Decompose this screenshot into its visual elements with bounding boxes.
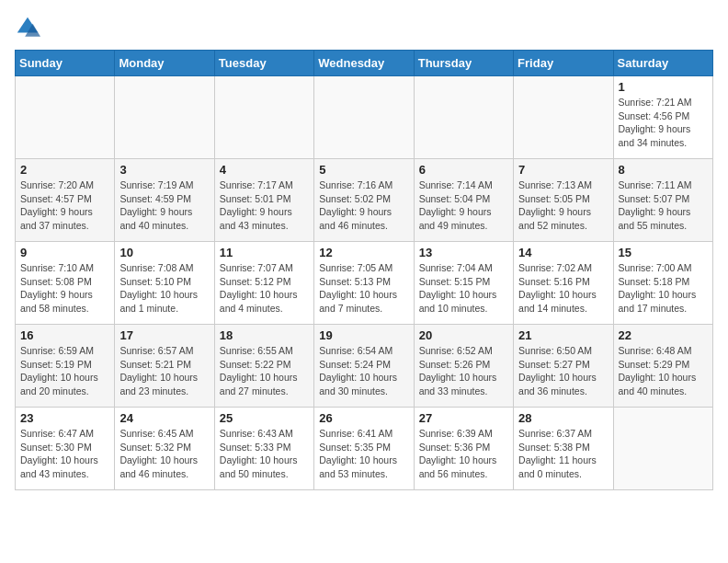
day-info: Sunrise: 7:02 AM Sunset: 5:16 PM Dayligh…	[518, 261, 608, 316]
calendar-cell: 27Sunrise: 6:39 AM Sunset: 5:36 PM Dayli…	[414, 408, 513, 490]
day-number: 26	[319, 411, 408, 425]
day-number: 11	[220, 246, 309, 259]
day-info: Sunrise: 7:14 AM Sunset: 5:04 PM Dayligh…	[419, 178, 508, 233]
calendar-cell: 25Sunrise: 6:43 AM Sunset: 5:33 PM Dayli…	[214, 408, 313, 490]
day-info: Sunrise: 7:17 AM Sunset: 5:01 PM Dayligh…	[220, 178, 309, 233]
calendar-cell: 26Sunrise: 6:41 AM Sunset: 5:35 PM Dayli…	[314, 408, 414, 490]
day-info: Sunrise: 6:37 AM Sunset: 5:38 PM Dayligh…	[518, 427, 608, 481]
day-number: 22	[619, 328, 708, 342]
calendar-cell	[314, 76, 414, 159]
day-number: 23	[20, 411, 109, 425]
day-info: Sunrise: 6:41 AM Sunset: 5:35 PM Dayligh…	[319, 427, 408, 481]
day-number: 25	[220, 411, 309, 425]
calendar-cell	[214, 76, 313, 159]
calendar-cell: 10Sunrise: 7:08 AM Sunset: 5:10 PM Dayli…	[115, 242, 214, 325]
day-number: 14	[518, 246, 608, 259]
weekday-header-friday: Friday	[514, 51, 613, 76]
day-number: 21	[518, 328, 608, 342]
logo	[15, 15, 44, 40]
day-number: 27	[419, 411, 508, 425]
calendar-cell: 28Sunrise: 6:37 AM Sunset: 5:38 PM Dayli…	[514, 408, 613, 490]
day-info: Sunrise: 7:05 AM Sunset: 5:13 PM Dayligh…	[319, 261, 408, 316]
calendar-cell: 20Sunrise: 6:52 AM Sunset: 5:26 PM Dayli…	[414, 325, 513, 408]
day-info: Sunrise: 6:57 AM Sunset: 5:21 PM Dayligh…	[119, 344, 209, 398]
day-info: Sunrise: 7:19 AM Sunset: 4:59 PM Dayligh…	[119, 178, 209, 233]
calendar-cell: 1Sunrise: 7:21 AM Sunset: 4:56 PM Daylig…	[613, 76, 712, 159]
calendar-cell	[414, 76, 513, 159]
logo-icon	[15, 15, 40, 40]
day-number: 7	[518, 163, 608, 177]
day-info: Sunrise: 7:10 AM Sunset: 5:08 PM Dayligh…	[20, 261, 109, 316]
day-info: Sunrise: 6:43 AM Sunset: 5:33 PM Dayligh…	[220, 427, 309, 481]
calendar-week-row: 9Sunrise: 7:10 AM Sunset: 5:08 PM Daylig…	[16, 242, 713, 325]
calendar-cell	[16, 76, 115, 159]
day-info: Sunrise: 7:04 AM Sunset: 5:15 PM Dayligh…	[419, 261, 508, 316]
day-number: 24	[119, 411, 209, 425]
day-number: 20	[419, 328, 508, 342]
weekday-header-saturday: Saturday	[613, 51, 712, 76]
calendar-week-row: 2Sunrise: 7:20 AM Sunset: 4:57 PM Daylig…	[16, 159, 713, 242]
calendar-cell: 11Sunrise: 7:07 AM Sunset: 5:12 PM Dayli…	[214, 242, 313, 325]
day-info: Sunrise: 7:00 AM Sunset: 5:18 PM Dayligh…	[619, 261, 708, 316]
day-info: Sunrise: 7:20 AM Sunset: 4:57 PM Dayligh…	[20, 178, 109, 233]
day-info: Sunrise: 7:13 AM Sunset: 5:05 PM Dayligh…	[518, 178, 608, 233]
calendar-table: SundayMondayTuesdayWednesdayThursdayFrid…	[15, 50, 713, 490]
weekday-header-sunday: Sunday	[16, 51, 115, 76]
day-info: Sunrise: 7:11 AM Sunset: 5:07 PM Dayligh…	[619, 178, 708, 233]
weekday-header-wednesday: Wednesday	[314, 51, 414, 76]
day-number: 16	[20, 328, 109, 342]
calendar-cell: 6Sunrise: 7:14 AM Sunset: 5:04 PM Daylig…	[414, 159, 513, 242]
calendar-week-row: 23Sunrise: 6:47 AM Sunset: 5:30 PM Dayli…	[16, 408, 713, 490]
calendar-cell: 2Sunrise: 7:20 AM Sunset: 4:57 PM Daylig…	[16, 159, 115, 242]
day-number: 4	[220, 163, 309, 177]
calendar-week-row: 16Sunrise: 6:59 AM Sunset: 5:19 PM Dayli…	[16, 325, 713, 408]
day-number: 6	[419, 163, 508, 177]
calendar-cell: 24Sunrise: 6:45 AM Sunset: 5:32 PM Dayli…	[115, 408, 214, 490]
day-info: Sunrise: 6:45 AM Sunset: 5:32 PM Dayligh…	[119, 427, 209, 481]
calendar-cell: 19Sunrise: 6:54 AM Sunset: 5:24 PM Dayli…	[314, 325, 414, 408]
day-info: Sunrise: 7:21 AM Sunset: 4:56 PM Dayligh…	[619, 96, 708, 150]
calendar-cell: 16Sunrise: 6:59 AM Sunset: 5:19 PM Dayli…	[16, 325, 115, 408]
day-info: Sunrise: 6:50 AM Sunset: 5:27 PM Dayligh…	[518, 344, 608, 398]
calendar-cell: 21Sunrise: 6:50 AM Sunset: 5:27 PM Dayli…	[514, 325, 613, 408]
calendar-cell: 15Sunrise: 7:00 AM Sunset: 5:18 PM Dayli…	[613, 242, 712, 325]
calendar-cell: 12Sunrise: 7:05 AM Sunset: 5:13 PM Dayli…	[314, 242, 414, 325]
calendar-cell: 23Sunrise: 6:47 AM Sunset: 5:30 PM Dayli…	[16, 408, 115, 490]
day-info: Sunrise: 7:08 AM Sunset: 5:10 PM Dayligh…	[119, 261, 209, 316]
day-number: 3	[119, 163, 209, 177]
day-number: 2	[20, 163, 109, 177]
day-info: Sunrise: 6:48 AM Sunset: 5:29 PM Dayligh…	[619, 344, 708, 398]
page-header	[15, 15, 713, 40]
day-info: Sunrise: 6:47 AM Sunset: 5:30 PM Dayligh…	[20, 427, 109, 481]
calendar-cell: 9Sunrise: 7:10 AM Sunset: 5:08 PM Daylig…	[16, 242, 115, 325]
day-info: Sunrise: 7:16 AM Sunset: 5:02 PM Dayligh…	[319, 178, 408, 233]
day-info: Sunrise: 6:59 AM Sunset: 5:19 PM Dayligh…	[20, 344, 109, 398]
day-info: Sunrise: 7:07 AM Sunset: 5:12 PM Dayligh…	[220, 261, 309, 316]
calendar-cell: 4Sunrise: 7:17 AM Sunset: 5:01 PM Daylig…	[214, 159, 313, 242]
weekday-header-row: SundayMondayTuesdayWednesdayThursdayFrid…	[16, 51, 713, 76]
weekday-header-monday: Monday	[115, 51, 214, 76]
calendar-cell	[613, 408, 712, 490]
day-number: 10	[119, 246, 209, 259]
day-info: Sunrise: 6:54 AM Sunset: 5:24 PM Dayligh…	[319, 344, 408, 398]
calendar-week-row: 1Sunrise: 7:21 AM Sunset: 4:56 PM Daylig…	[16, 76, 713, 159]
weekday-header-thursday: Thursday	[414, 51, 513, 76]
calendar-cell: 18Sunrise: 6:55 AM Sunset: 5:22 PM Dayli…	[214, 325, 313, 408]
day-number: 28	[518, 411, 608, 425]
day-number: 15	[619, 246, 708, 259]
calendar-cell: 14Sunrise: 7:02 AM Sunset: 5:16 PM Dayli…	[514, 242, 613, 325]
calendar-cell: 5Sunrise: 7:16 AM Sunset: 5:02 PM Daylig…	[314, 159, 414, 242]
day-number: 12	[319, 246, 408, 259]
day-number: 17	[119, 328, 209, 342]
day-info: Sunrise: 6:55 AM Sunset: 5:22 PM Dayligh…	[220, 344, 309, 398]
day-number: 5	[319, 163, 408, 177]
calendar-cell	[514, 76, 613, 159]
day-number: 18	[220, 328, 309, 342]
calendar-cell	[115, 76, 214, 159]
calendar-cell: 22Sunrise: 6:48 AM Sunset: 5:29 PM Dayli…	[613, 325, 712, 408]
day-number: 19	[319, 328, 408, 342]
weekday-header-tuesday: Tuesday	[214, 51, 313, 76]
calendar-cell: 17Sunrise: 6:57 AM Sunset: 5:21 PM Dayli…	[115, 325, 214, 408]
calendar-cell: 7Sunrise: 7:13 AM Sunset: 5:05 PM Daylig…	[514, 159, 613, 242]
calendar-cell: 8Sunrise: 7:11 AM Sunset: 5:07 PM Daylig…	[613, 159, 712, 242]
